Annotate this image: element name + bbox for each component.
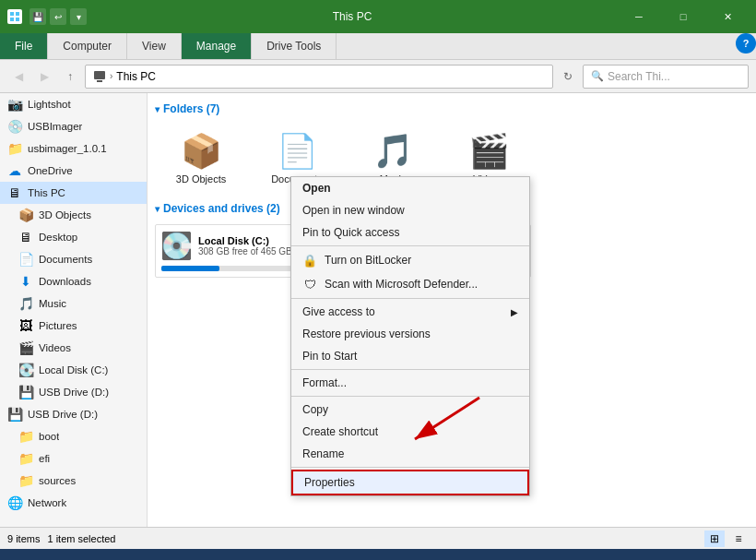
sidebar-item-usbdrive1[interactable]: 💾 USB Drive (D:) (0, 381, 147, 403)
music-icon: 🎵 (18, 296, 33, 311)
tab-manage[interactable]: Manage (182, 33, 252, 59)
help-button[interactable]: ? (736, 33, 756, 54)
forward-button[interactable]: ▶ (33, 66, 55, 88)
drive-local-info: Local Disk (C:) 308 GB free of 465 GB (198, 235, 292, 256)
drive-local-icon: 💽 (161, 231, 191, 260)
sidebar-label-3dobjects: 3D Objects (39, 209, 91, 220)
status-right: ⊞ ≡ (704, 530, 749, 547)
sidebar-item-pictures[interactable]: 🖼 Pictures (0, 315, 147, 337)
folder-documents-icon: 📄 (275, 129, 319, 173)
status-bar: 9 items 1 item selected ⊞ ≡ (0, 527, 756, 549)
undo-qat-btn[interactable]: ↩ (50, 8, 66, 25)
sidebar-label-videos: Videos (39, 342, 71, 353)
ctx-give-access[interactable]: Give access to ▶ (291, 301, 529, 323)
drive-local-bar-fill (161, 266, 219, 271)
sidebar-item-network[interactable]: 🌐 Network (0, 492, 147, 514)
sidebar-label-pictures: Pictures (39, 320, 77, 331)
title-bar: 💾 ↩ ▾ This PC ─ □ ✕ (0, 0, 756, 33)
downloads-icon: ⬇ (18, 274, 33, 289)
sidebar-item-boot[interactable]: 📁 boot (0, 425, 147, 447)
folders-section-header[interactable]: ▾ Folders (7) (155, 101, 749, 117)
back-button[interactable]: ◀ (7, 66, 30, 88)
ctx-sep-3 (291, 369, 529, 370)
defender-icon: 🛡 (302, 277, 317, 292)
title-bar-left: 💾 ↩ ▾ (7, 8, 87, 25)
status-selected: 1 item selected (47, 533, 115, 544)
address-chevron: › (110, 71, 112, 81)
tab-view[interactable]: View (127, 33, 182, 59)
folder-3dobjects[interactable]: 📦 3D Objects (155, 125, 247, 189)
ctx-defender-label: Scan with Microsoft Defender... (325, 278, 518, 291)
up-button[interactable]: ↑ (59, 66, 81, 88)
ribbon: File Computer View Manage Drive Tools ? (0, 33, 756, 60)
3dobjects-icon: 📦 (18, 208, 33, 222)
sidebar-item-3dobjects[interactable]: 📦 3D Objects (0, 204, 147, 226)
tab-file[interactable]: File (0, 33, 48, 59)
sidebar-item-usbimager[interactable]: 💿 USBImager (0, 115, 147, 137)
address-field[interactable]: › This PC (85, 65, 553, 89)
tab-drive-tools[interactable]: Drive Tools (252, 33, 337, 59)
ctx-defender[interactable]: 🛡 Scan with Microsoft Defender... (291, 272, 529, 296)
maximize-button[interactable]: □ (662, 0, 704, 33)
sidebar-item-thispc[interactable]: 🖥 This PC (0, 182, 147, 204)
usbimager-folder-icon: 📁 (7, 141, 22, 156)
sidebar-label-efi: efi (39, 453, 50, 464)
ctx-open[interactable]: Open (291, 177, 529, 199)
sidebar-item-localdisk[interactable]: 💽 Local Disk (C:) (0, 359, 147, 381)
ctx-give-access-label: Give access to (302, 305, 503, 318)
network-icon: 🌐 (7, 495, 22, 510)
lightshot-icon: 📷 (7, 97, 22, 112)
sidebar-item-sources[interactable]: 📁 sources (0, 470, 147, 492)
main-layout: 📷 Lightshot 💿 USBImager 📁 usbimager_1.0.… (0, 93, 756, 527)
ctx-pin-start-label: Pin to Start (302, 350, 518, 363)
minimize-button[interactable]: ─ (618, 0, 660, 33)
sidebar-item-videos[interactable]: 🎬 Videos (0, 337, 147, 359)
folders-section-label: Folders (7) (163, 102, 219, 115)
svg-rect-3 (16, 18, 19, 21)
thispc-icon: 🖥 (7, 185, 22, 200)
ctx-restore-label: Restore previous versions (302, 328, 518, 340)
svg-rect-4 (94, 71, 105, 79)
refresh-button[interactable]: ↻ (557, 66, 579, 88)
sidebar-item-usbdrive2[interactable]: 💾 USB Drive (D:) (0, 403, 147, 425)
view-list-button[interactable]: ≡ (728, 530, 749, 547)
sidebar-label-onedrive: OneDrive (28, 165, 73, 176)
sources-icon: 📁 (18, 473, 33, 488)
sidebar-item-desktop[interactable]: 🖥 Desktop (0, 226, 147, 248)
sidebar-item-documents[interactable]: 📄 Documents (0, 248, 147, 270)
qat-dropdown[interactable]: ▾ (70, 8, 87, 25)
tab-computer[interactable]: Computer (48, 33, 127, 59)
close-button[interactable]: ✕ (706, 0, 749, 33)
sidebar-item-usbimager-folder[interactable]: 📁 usbimager_1.0.1 (0, 137, 147, 160)
app-icon (7, 9, 22, 24)
view-grid-button[interactable]: ⊞ (704, 530, 725, 547)
svg-rect-1 (16, 12, 19, 16)
ctx-pin-quick[interactable]: Pin to Quick access (291, 221, 529, 244)
ctx-restore[interactable]: Restore previous versions (291, 323, 529, 345)
ctx-pin-start[interactable]: Pin to Start (291, 345, 529, 367)
drives-section-label: Devices and drives (2) (163, 202, 280, 215)
ctx-bitlocker[interactable]: 🔒 Turn on BitLocker (291, 248, 529, 272)
usbdrive2-icon: 💾 (7, 407, 22, 422)
sidebar-item-lightshot[interactable]: 📷 Lightshot (0, 93, 147, 115)
sidebar-item-music[interactable]: 🎵 Music (0, 292, 147, 315)
search-field[interactable]: 🔍 Search Thi... (583, 65, 749, 89)
window-controls: ─ □ ✕ (618, 0, 749, 33)
address-bar: ◀ ▶ ↑ › This PC ↻ 🔍 Search Thi... (0, 60, 756, 93)
ctx-properties[interactable]: Properties (291, 470, 529, 495)
svg-rect-0 (10, 12, 14, 16)
save-qat-btn[interactable]: 💾 (30, 8, 46, 25)
ctx-open-new-window[interactable]: Open in new window (291, 199, 529, 221)
sidebar-label-usbimager-folder: usbimager_1.0.1 (28, 143, 107, 154)
pictures-icon: 🖼 (18, 318, 33, 333)
sidebar-item-onedrive[interactable]: ☁ OneDrive (0, 160, 147, 182)
ctx-pin-quick-label: Pin to Quick access (302, 226, 518, 239)
sidebar-item-downloads[interactable]: ⬇ Downloads (0, 270, 147, 292)
sidebar-label-desktop: Desktop (39, 232, 77, 243)
sidebar-item-efi[interactable]: 📁 efi (0, 447, 147, 470)
ctx-properties-label: Properties (304, 476, 516, 489)
ctx-open-label: Open (302, 182, 518, 195)
ctx-bitlocker-label: Turn on BitLocker (325, 254, 518, 267)
svg-line-7 (415, 398, 479, 439)
pc-icon (93, 70, 106, 83)
